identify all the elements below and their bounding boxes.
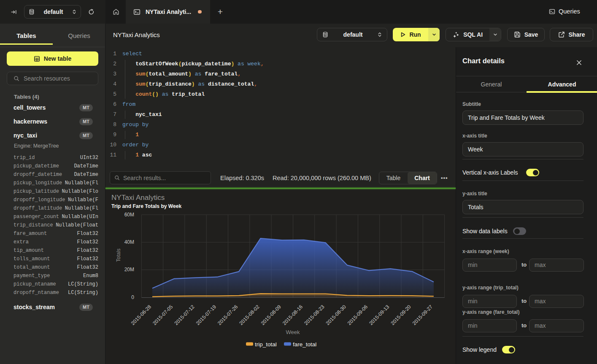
svg-text:2015-08-16: 2015-08-16 [281, 304, 304, 326]
svg-text:2015-08-09: 2015-08-09 [260, 304, 283, 326]
svg-text:2015-07-19: 2015-07-19 [195, 304, 218, 326]
svg-text:Trip and Fare Totals by Week: Trip and Fare Totals by Week [111, 203, 181, 209]
svg-text:2015-09-20: 2015-09-20 [389, 304, 412, 326]
svg-text:2015-09-27: 2015-09-27 [411, 304, 434, 326]
svg-text:2015-07-26: 2015-07-26 [216, 304, 239, 326]
svg-text:2015-07-05: 2015-07-05 [151, 304, 174, 326]
svg-text:Week: Week [286, 329, 300, 335]
svg-text:2015-08-30: 2015-08-30 [325, 304, 348, 326]
svg-text:20M: 20M [124, 267, 134, 272]
svg-text:2015-08-23: 2015-08-23 [303, 304, 326, 326]
svg-text:fare_total: fare_total [293, 341, 316, 348]
svg-text:NYTaxi Analytics: NYTaxi Analytics [111, 194, 165, 202]
svg-text:2015-09-13: 2015-09-13 [368, 304, 391, 326]
svg-text:2015-07-12: 2015-07-12 [173, 304, 196, 326]
svg-text:0: 0 [131, 294, 134, 300]
svg-text:2015-09-06: 2015-09-06 [346, 304, 369, 326]
svg-text:60M: 60M [124, 212, 134, 218]
svg-text:2015-06-28: 2015-06-28 [130, 304, 153, 326]
svg-text:2015-08-02: 2015-08-02 [238, 304, 261, 326]
svg-text:trip_total: trip_total [255, 341, 277, 348]
svg-text:40M: 40M [124, 239, 134, 245]
svg-text:Totals: Totals [116, 248, 122, 262]
